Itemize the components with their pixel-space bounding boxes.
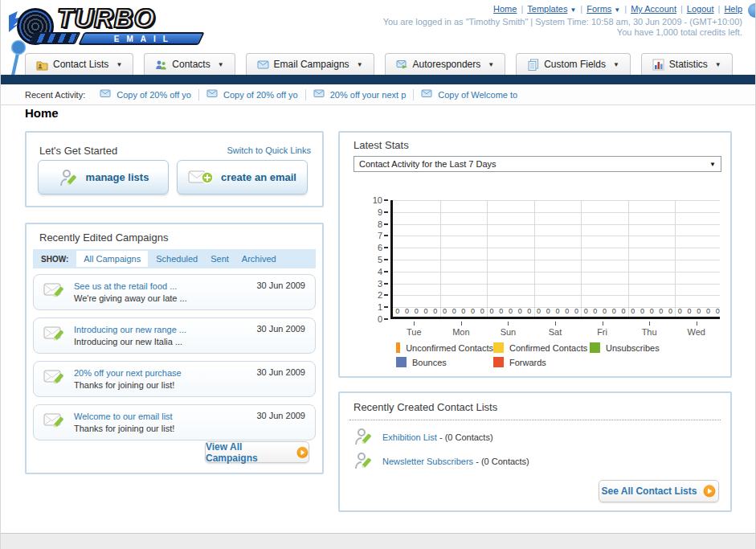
app-page: TURBO EMAIL Home|Templates▼|Forms▼|My Ac…: [0, 0, 756, 549]
show-label: SHOW:: [41, 255, 68, 264]
legend-label: Unsubscribes: [606, 343, 660, 353]
contact-list-row[interactable]: Newsletter Subscribers - (0 Contacts): [353, 449, 529, 473]
tab-custom-fields[interactable]: Custom Fields▼: [516, 53, 631, 75]
tab-contacts[interactable]: Contacts▼: [144, 53, 235, 75]
x-tick: [555, 322, 556, 326]
create-email-button[interactable]: create an email: [177, 160, 308, 195]
data-label: 0: [639, 307, 646, 315]
y-tick-label: 7: [363, 231, 382, 240]
nav-link-home[interactable]: Home: [493, 4, 517, 14]
campaign-row[interactable]: Introducing our new range ...Introducing…: [33, 318, 316, 354]
x-gridline: [581, 200, 582, 317]
y-tick-label: 6: [363, 243, 382, 252]
activity-link[interactable]: Copy of 20% off yo: [223, 90, 298, 100]
activity-link[interactable]: Copy of 20% off yo: [116, 90, 191, 100]
legend-item-forwards: Forwards: [493, 357, 590, 367]
view-all-campaigns-button[interactable]: View All Campaigns: [205, 441, 309, 463]
x-tick: [697, 322, 697, 326]
campaign-title-link[interactable]: Introducing our new range ...: [74, 325, 186, 334]
data-label: 0: [563, 307, 570, 315]
person-pencil-icon: [58, 167, 79, 188]
y-tick-label: 9: [363, 207, 382, 217]
activity-item[interactable]: Copy of 20% off yo: [206, 88, 298, 100]
stats-period-select[interactable]: Contact Activity for the Last 7 Days ▼: [353, 156, 721, 172]
y-gridline: [393, 272, 720, 272]
envelope-icon: [257, 59, 269, 71]
credits-info: You have 1,000 total credits left.: [617, 27, 742, 37]
tab-email-campaigns[interactable]: Email Campaigns▼: [246, 53, 374, 75]
contact-list-row[interactable]: Exhibition List - (0 Contacts): [353, 425, 529, 449]
y-tick: [384, 199, 388, 201]
activity-link[interactable]: 20% off your next p: [330, 90, 407, 100]
chevron-down-icon: ▼: [570, 6, 576, 14]
y-gridline: [393, 200, 720, 201]
bar-chart-icon: [652, 59, 664, 71]
campaign-title-link[interactable]: 20% off your next purchase: [74, 368, 182, 378]
campaign-title-link[interactable]: Welcome to our email list: [74, 412, 173, 421]
callout-dot-icon: [748, 3, 756, 18]
data-label: 0: [601, 307, 608, 315]
stats-panel-title: Latest Stats: [353, 139, 409, 151]
navy-band: [1, 75, 756, 84]
activity-item[interactable]: Copy of Welcome to: [421, 88, 517, 100]
contact-list-detail: - (0 Contacts): [476, 457, 529, 466]
contact-list-link[interactable]: Exhibition List: [382, 432, 437, 442]
campaign-filters: All CampaignsScheduledSentArchived: [76, 251, 288, 267]
campaign-date: 30 Jun 2009: [256, 318, 305, 334]
data-label: 0: [714, 307, 721, 315]
main-tab-bar: Contact Lists▼Contacts▼Email Campaigns▼A…: [25, 53, 733, 75]
nav-link-help[interactable]: Help: [724, 4, 742, 14]
x-tick-label: Thu: [626, 327, 673, 337]
data-label: 0: [469, 307, 476, 315]
contact-lists-panel-title: Recently Created Contact Lists: [353, 401, 497, 413]
filter-scheduled[interactable]: Scheduled: [156, 254, 198, 264]
tab-autoresponders[interactable]: Autoresponders▼: [385, 53, 506, 75]
legend-label: Confirmed Contacts: [509, 343, 587, 353]
campaign-row[interactable]: See us at the retail food ...We're givin…: [33, 274, 316, 310]
small-envelope-icon: [100, 88, 112, 100]
filter-all-campaigns[interactable]: All Campaigns: [76, 251, 148, 267]
data-label: 0: [451, 307, 458, 315]
x-tick: [414, 322, 415, 326]
campaign-row[interactable]: 20% off your next purchaseThanks for joi…: [33, 361, 316, 397]
data-label: 0: [497, 307, 505, 315]
create-email-label: create an email: [221, 171, 296, 183]
tab-statistics[interactable]: Statistics▼: [641, 53, 733, 75]
x-tick-label: Wed: [672, 327, 720, 337]
activity-link[interactable]: Copy of Welcome to: [438, 90, 517, 100]
campaign-title-link[interactable]: See us at the retail food ...: [74, 281, 177, 291]
campaign-list: See us at the retail food ...We're givin…: [33, 274, 316, 448]
chevron-down-icon: ▼: [218, 61, 224, 68]
data-label: 0: [394, 307, 401, 315]
activity-item[interactable]: Copy of 20% off yo: [100, 88, 191, 100]
nav-separator: |: [680, 4, 683, 14]
campaign-date: 30 Jun 2009: [256, 275, 305, 290]
view-all-campaigns-label: View All Campaigns: [206, 441, 290, 464]
y-gridline: [393, 236, 720, 236]
filter-archived[interactable]: Archived: [242, 254, 276, 264]
x-tick: [461, 322, 462, 326]
nav-link-forms[interactable]: Forms: [586, 4, 611, 14]
campaign-texts: See us at the retail food ...We're givin…: [74, 281, 187, 305]
nav-link-logout[interactable]: Logout: [687, 4, 714, 14]
manage-lists-button[interactable]: manage lists: [38, 160, 169, 195]
switch-quick-links-link[interactable]: Switch to Quick Links: [227, 145, 311, 155]
latest-stats-panel: Latest Stats Contact Activity for the La…: [338, 131, 732, 378]
orange-arrow-icon: [703, 485, 716, 498]
envelope-pencil-icon: [43, 325, 64, 347]
activity-divider: [413, 89, 414, 100]
logo-word-email: EMAIL: [107, 35, 175, 43]
nav-link-my-account[interactable]: My Account: [631, 4, 676, 14]
x-tick-label: Sat: [532, 327, 579, 337]
see-all-contact-lists-button[interactable]: See All Contact Lists: [599, 480, 719, 502]
data-label: 0: [423, 307, 430, 315]
envelope-arrow-icon: [396, 59, 408, 71]
activity-item[interactable]: 20% off your next p: [313, 88, 407, 100]
y-gridline: [393, 284, 720, 285]
nav-link-templates[interactable]: Templates: [527, 4, 567, 14]
nav-separator: |: [580, 4, 582, 14]
campaign-row[interactable]: Welcome to our email listThanks for join…: [33, 404, 316, 440]
tab-contact-lists[interactable]: Contact Lists▼: [25, 53, 133, 75]
contact-list-link[interactable]: Newsletter Subscribers: [382, 457, 473, 466]
filter-sent[interactable]: Sent: [210, 254, 229, 264]
